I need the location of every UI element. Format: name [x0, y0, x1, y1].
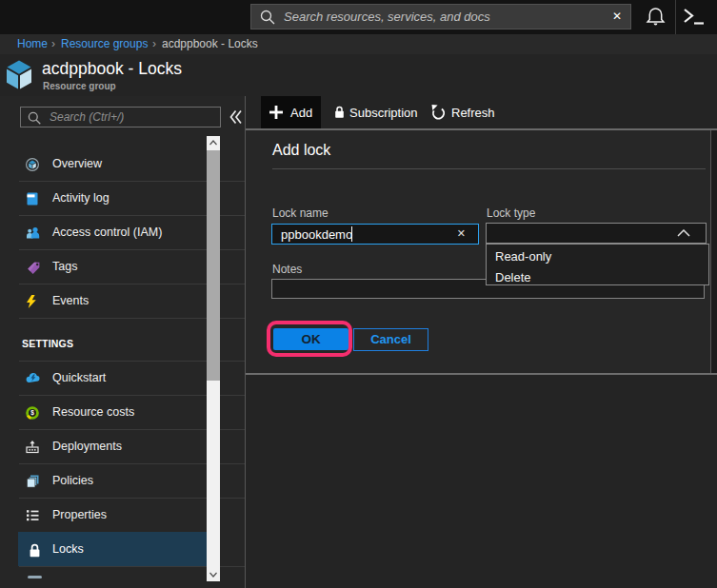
svg-text:$: $ — [30, 409, 34, 417]
